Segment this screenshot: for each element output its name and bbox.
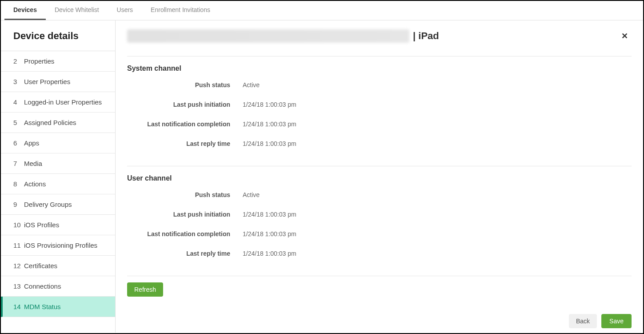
sidebar-item-label: Connections — [24, 282, 61, 290]
sidebar-item-num: 8 — [13, 180, 24, 188]
page-header: | iPad ✕ — [127, 29, 632, 56]
sidebar-item-ios-profiles[interactable]: 10 iOS Profiles — [1, 215, 115, 235]
sidebar-item-label: Properties — [24, 57, 54, 65]
save-button[interactable]: Save — [601, 314, 632, 328]
sidebar-item-connections[interactable]: 13 Connections — [1, 276, 115, 297]
system-last-push-row: Last push initiation 1/24/18 1:00:03 pm — [127, 101, 632, 108]
sidebar-item-label: Assigned Policies — [24, 119, 76, 126]
sidebar-item-num: 14 — [13, 303, 24, 310]
sidebar-item-label: Media — [24, 160, 42, 167]
sidebar: Device details 2 Properties 3 User Prope… — [1, 20, 116, 333]
row-value: Active — [243, 191, 260, 198]
top-tabs: Devices Device Whitelist Users Enrollmen… — [1, 1, 643, 20]
row-label: Last notification completion — [127, 121, 243, 128]
sidebar-item-mdm-status[interactable]: 14 MDM Status — [1, 297, 115, 317]
content-area: | iPad ✕ System channel Push status Acti… — [116, 20, 643, 333]
refresh-button[interactable]: Refresh — [127, 282, 163, 297]
sidebar-item-label: iOS Provisioning Profiles — [24, 241, 97, 249]
system-channel-title: System channel — [127, 64, 632, 72]
user-channel-title: User channel — [127, 174, 632, 182]
sidebar-item-num: 13 — [13, 282, 24, 290]
sidebar-item-num: 3 — [13, 78, 24, 85]
close-icon[interactable]: ✕ — [618, 29, 632, 43]
row-value: 1/24/18 1:00:03 pm — [243, 101, 296, 108]
sidebar-item-label: Certificates — [24, 262, 57, 270]
sidebar-item-actions[interactable]: 8 Actions — [1, 174, 115, 194]
sidebar-item-label: Logged-in User Properties — [24, 98, 102, 106]
tab-enrollment-invitations[interactable]: Enrollment Invitations — [142, 1, 219, 20]
row-label: Last push initiation — [127, 211, 243, 218]
device-title-suffix: | iPad — [413, 30, 439, 42]
sidebar-item-user-properties[interactable]: 3 User Properties — [1, 72, 115, 92]
row-value: 1/24/18 1:00:03 pm — [243, 140, 296, 147]
user-channel-section: User channel Push status Active Last pus… — [127, 166, 632, 276]
tab-device-whitelist[interactable]: Device Whitelist — [46, 1, 108, 20]
sidebar-item-apps[interactable]: 6 Apps — [1, 133, 115, 153]
system-last-notification-row: Last notification completion 1/24/18 1:0… — [127, 121, 632, 128]
row-label: Last reply time — [127, 140, 243, 147]
user-last-reply-row: Last reply time 1/24/18 1:00:03 pm — [127, 250, 632, 257]
sidebar-item-label: MDM Status — [24, 303, 61, 310]
tab-devices[interactable]: Devices — [4, 1, 46, 20]
row-label: Last reply time — [127, 250, 243, 257]
back-button[interactable]: Back — [569, 314, 597, 328]
row-value: 1/24/18 1:00:03 pm — [243, 250, 296, 257]
sidebar-item-assigned-policies[interactable]: 5 Assigned Policies — [1, 113, 115, 133]
user-last-notification-row: Last notification completion 1/24/18 1:0… — [127, 230, 632, 237]
sidebar-item-label: iOS Profiles — [24, 221, 59, 229]
system-last-reply-row: Last reply time 1/24/18 1:00:03 pm — [127, 140, 632, 147]
sidebar-item-ios-provisioning-profiles[interactable]: 11 iOS Provisioning Profiles — [1, 235, 115, 256]
footer-actions: Back Save — [569, 314, 632, 328]
user-push-status-row: Push status Active — [127, 191, 632, 198]
sidebar-item-num: 10 — [13, 221, 24, 229]
row-value: Active — [243, 81, 260, 89]
sidebar-title: Device details — [1, 20, 115, 51]
sidebar-item-media[interactable]: 7 Media — [1, 153, 115, 174]
sidebar-item-properties[interactable]: 2 Properties — [1, 51, 115, 72]
row-label: Last push initiation — [127, 101, 243, 108]
sidebar-item-label: User Properties — [24, 78, 70, 85]
tab-users[interactable]: Users — [108, 1, 142, 20]
sidebar-item-label: Delivery Groups — [24, 201, 72, 208]
refresh-row: Refresh — [127, 276, 632, 297]
system-push-status-row: Push status Active — [127, 81, 632, 89]
row-label: Push status — [127, 191, 243, 198]
sidebar-item-num: 11 — [13, 241, 24, 249]
row-value: 1/24/18 1:00:03 pm — [243, 121, 296, 128]
row-value: 1/24/18 1:00:03 pm — [243, 211, 296, 218]
sidebar-item-num: 4 — [13, 98, 24, 106]
sidebar-item-certificates[interactable]: 12 Certificates — [1, 256, 115, 276]
sidebar-item-logged-in-user-properties[interactable]: 4 Logged-in User Properties — [1, 92, 115, 113]
row-label: Last notification completion — [127, 230, 243, 237]
sidebar-item-num: 12 — [13, 262, 24, 270]
sidebar-item-num: 5 — [13, 119, 24, 126]
sidebar-item-label: Apps — [24, 139, 39, 147]
sidebar-item-delivery-groups[interactable]: 9 Delivery Groups — [1, 194, 115, 215]
sidebar-scroll[interactable]: 2 Properties 3 User Properties 4 Logged-… — [1, 51, 115, 333]
sidebar-item-num: 2 — [13, 57, 24, 65]
sidebar-item-num: 6 — [13, 139, 24, 147]
sidebar-item-label: Actions — [24, 180, 46, 188]
system-channel-section: System channel Push status Active Last p… — [127, 56, 632, 166]
device-identifier-redacted — [127, 29, 409, 43]
sidebar-item-num: 9 — [13, 201, 24, 208]
row-label: Push status — [127, 81, 243, 89]
user-last-push-row: Last push initiation 1/24/18 1:00:03 pm — [127, 211, 632, 218]
sidebar-item-num: 7 — [13, 160, 24, 167]
row-value: 1/24/18 1:00:03 pm — [243, 230, 296, 237]
